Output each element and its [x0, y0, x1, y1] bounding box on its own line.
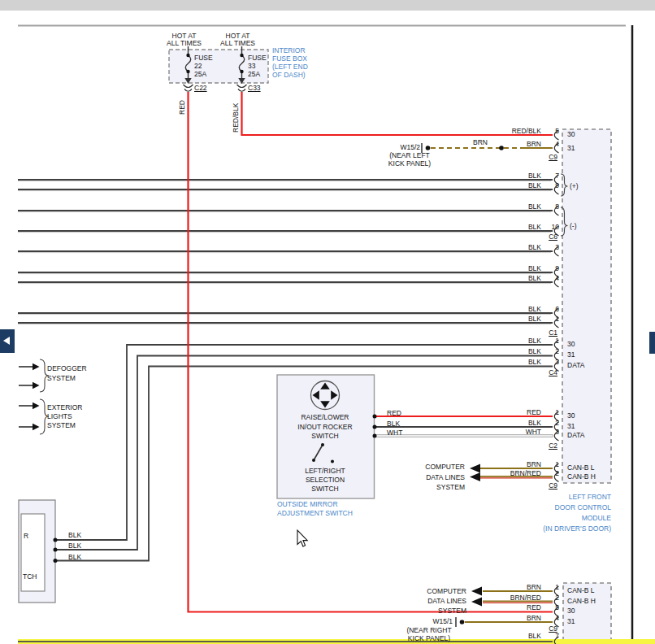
selection-switch-label: LEFT/RIGHT SELECTION SWITCH — [280, 467, 370, 494]
connector-c1: C1 — [512, 329, 557, 337]
splice-w15-2: W15/2 — [382, 143, 420, 151]
pin-number: 1 — [543, 408, 559, 416]
pin-function: CAN-B H — [567, 597, 596, 605]
wire-label-wht: WHT — [387, 429, 402, 437]
pin-number: 9 — [543, 264, 559, 272]
exterior-lights-system-label: EXTERIOR LIGHTS SYSTEM — [47, 403, 82, 430]
wire-label: RED/BLK — [471, 127, 541, 135]
computer-data-lines-label-mid: COMPUTER DATA LINES SYSTEM — [405, 462, 465, 493]
left-arrow-icon — [3, 337, 10, 345]
wire-label: BLK — [471, 358, 541, 366]
wire-label-brn-splice: BRN — [453, 138, 488, 146]
pin-number: 6 — [543, 305, 559, 313]
pin-number: 5 — [543, 127, 559, 135]
pin-function-plus: (+) — [570, 182, 579, 190]
interior-fuse-box-caption: INTERIOR FUSE BOX (LEFT END OF DASH) — [272, 46, 308, 79]
pin-number: 8 — [543, 202, 559, 211]
computer-data-lines-label-bottom: COMPUTER DATA LINES SYSTEM — [406, 586, 466, 616]
connector-c4: C4 — [512, 368, 557, 376]
brown-wires — [465, 148, 553, 622]
next-page-button[interactable] — [649, 332, 655, 354]
pin-function: DATA — [567, 431, 584, 439]
highlighted-wire-yellow — [18, 639, 655, 644]
pin-number: 9 — [543, 181, 559, 189]
hot-at-label-1: HOT AT ALL TIMES — [167, 33, 202, 47]
pin-function: 31 — [567, 350, 575, 359]
wire-label: BLK — [471, 315, 541, 323]
pin-function: CAN-B L — [567, 586, 595, 594]
pin-number: 1 — [543, 315, 559, 323]
pin-number: 3 — [543, 428, 559, 436]
pin-number: 3 — [543, 358, 559, 366]
connector-c33: C33 — [248, 84, 261, 92]
pin-function: 30 — [567, 411, 575, 420]
pin-function: 30 — [567, 130, 575, 138]
wire-label-blk-2: BLK — [68, 542, 81, 550]
hot-at-label-2: HOT AT ALL TIMES — [220, 33, 255, 47]
pin-function: 31 — [567, 617, 575, 625]
wire-label-redblk-vertical: RED/BLK — [232, 103, 240, 133]
defogger-system-label: DEFOGGER SYSTEM — [47, 364, 87, 383]
splice-w15-1: W15/1 — [414, 617, 453, 625]
pin-number: 7 — [543, 632, 559, 640]
connector-c9-mid: C9 — [512, 481, 557, 490]
wire-label: BLK — [471, 274, 541, 282]
pin-function: CAN-B H — [567, 472, 596, 481]
mirror-switch-caption: OUTSIDE MIRROR ADJUSTMENT SWITCH — [277, 500, 353, 518]
pin-number: 1 — [543, 337, 559, 345]
connector-c9-top: C9 — [512, 153, 557, 161]
pin-number: 4 — [543, 614, 559, 622]
pin-number: 4 — [543, 274, 559, 282]
mouse-cursor-icon — [297, 530, 307, 546]
pin-number: 10 — [543, 223, 559, 231]
pin-function: 30 — [567, 607, 575, 615]
wire-label: BLK — [471, 419, 541, 427]
left-system-arrows — [19, 359, 49, 434]
wire-label: BRN/RED — [471, 594, 541, 602]
pin-function: DATA — [567, 361, 584, 369]
wire-label: BLK — [471, 243, 541, 251]
connector-c6: C6 — [512, 233, 557, 241]
pin-function: CAN-B L — [567, 463, 595, 472]
wire-label: WHT — [471, 428, 541, 436]
wire-label-red-vertical: RED — [178, 100, 186, 115]
wire-label: BRN — [471, 460, 541, 468]
connector-c2: C2 — [512, 442, 557, 450]
pin-function: 31 — [567, 422, 575, 430]
pin-number: 4 — [543, 140, 559, 148]
pin-number: 7 — [543, 172, 559, 180]
rocker-switch-label: RAISE/LOWER IN/OUT ROCKER SWITCH — [280, 413, 370, 442]
pin-number: 2 — [543, 347, 559, 355]
wire-label: BLK — [471, 305, 541, 313]
black-wires-long — [18, 180, 553, 323]
prev-page-button[interactable] — [0, 329, 15, 353]
pin-number: 2 — [543, 469, 559, 477]
pin-function: 30 — [567, 340, 575, 348]
wire-label: BLK — [471, 181, 541, 189]
wire-label: BLK — [471, 172, 541, 180]
pin-number: 2 — [543, 594, 559, 602]
pin-function-minus: (-) — [570, 222, 577, 230]
pin-function: 31 — [567, 144, 575, 152]
wire-label: BLK — [471, 264, 541, 272]
switch-box-text-fragment-1: R — [24, 532, 28, 540]
connector-c22: C22 — [194, 84, 207, 92]
left-front-door-module-caption: LEFT FRONT DOOR CONTROL MODULE (IN DRIVE… — [488, 492, 611, 534]
wire-label: RED — [471, 408, 541, 416]
pin-number: 2 — [543, 419, 559, 427]
switch-box-text-fragment-2: TCH — [23, 572, 37, 581]
wire-label: BLK — [471, 337, 541, 345]
wire-label-blk-3: BLK — [68, 553, 81, 561]
fuse-33-label: FUSE 33 25A — [248, 54, 267, 78]
wire-label: BLK — [471, 347, 541, 355]
wire-label: BRN — [471, 583, 541, 591]
wire-label: RED — [471, 603, 541, 611]
wire-label-red: RED — [387, 409, 401, 417]
wire-label: BLK — [471, 223, 541, 231]
wire-label: BLK — [471, 202, 541, 211]
wire-label-blk: BLK — [387, 420, 400, 428]
splice-location: (NEAR LEFT KICK PANEL) — [380, 151, 439, 168]
wire-label-blk-1: BLK — [68, 531, 81, 539]
pin-number: 1 — [543, 460, 559, 468]
wire-label: BRN — [471, 614, 541, 622]
